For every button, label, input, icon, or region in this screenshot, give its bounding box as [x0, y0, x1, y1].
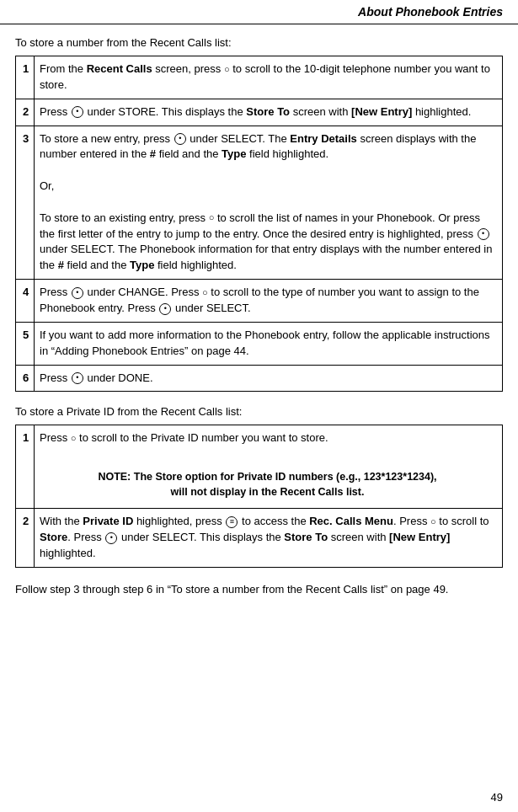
step-number: 2 [16, 509, 35, 568]
section1-table: 1From the Recent Calls screen, press ○ t… [15, 56, 503, 392]
section2-intro: To store a Private ID from the Recent Ca… [15, 405, 503, 418]
step-content: With the Private ID highlighted, press ≡… [35, 509, 503, 568]
step-number: 5 [16, 322, 35, 365]
table-row: 6Press • under DONE. [16, 365, 503, 392]
table-row: 1From the Recent Calls screen, press ○ t… [16, 56, 503, 99]
step-number: 2 [16, 99, 35, 126]
page-wrapper: About Phonebook Entries To store a numbe… [0, 0, 518, 812]
footer-text: Follow step 3 through step 6 in “To stor… [15, 581, 503, 598]
page-header: About Phonebook Entries [0, 0, 518, 24]
step-content: From the Recent Calls screen, press ○ to… [35, 56, 503, 99]
step-number: 1 [16, 425, 35, 509]
table-row: 2Press • under STORE. This displays the … [16, 99, 503, 126]
page-title: About Phonebook Entries [358, 5, 503, 19]
table-row: 3To store a new entry, press • under SEL… [16, 126, 503, 280]
step-content: Press • under DONE. [35, 365, 503, 392]
page-number: 49 [491, 791, 503, 804]
step-number: 6 [16, 365, 35, 392]
table-row: 1Press ○ to scroll to the Private ID num… [16, 425, 503, 509]
section1-intro: To store a number from the Recent Calls … [15, 36, 503, 49]
step-number: 3 [16, 126, 35, 280]
page-content: To store a number from the Recent Calls … [0, 24, 518, 609]
step-content: Press ○ to scroll to the Private ID numb… [35, 425, 503, 509]
step-number: 4 [16, 280, 35, 323]
step-content: To store a new entry, press • under SELE… [35, 126, 503, 280]
table-row: 2With the Private ID highlighted, press … [16, 509, 503, 568]
table-row: 4Press • under CHANGE. Press ○ to scroll… [16, 280, 503, 323]
step-number: 1 [16, 56, 35, 99]
step-content: Press • under STORE. This displays the S… [35, 99, 503, 126]
step-content: Press • under CHANGE. Press ○ to scroll … [35, 280, 503, 323]
section2-table: 1Press ○ to scroll to the Private ID num… [15, 425, 503, 567]
step-content: If you want to add more information to t… [35, 322, 503, 365]
table-row: 5If you want to add more information to … [16, 322, 503, 365]
